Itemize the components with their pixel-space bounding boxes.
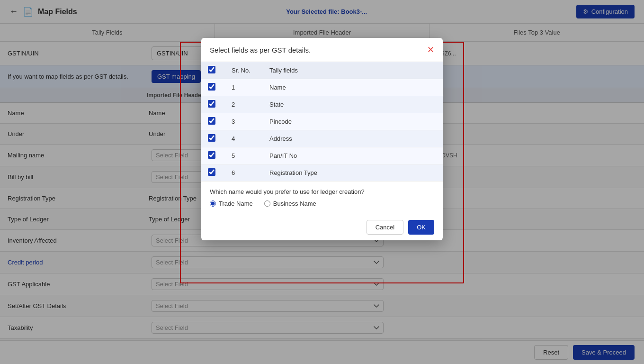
row-checkbox-wrap bbox=[208, 117, 232, 126]
row-tally-field: Registration Type bbox=[269, 169, 436, 176]
modal-header: Select fields as per GST details. ✕ bbox=[201, 38, 443, 62]
modal-close-icon[interactable]: ✕ bbox=[427, 45, 434, 55]
trade-name-option[interactable]: Trade Name bbox=[210, 200, 253, 207]
row-checkbox-wrap bbox=[208, 134, 232, 143]
modal-col-tally-fields: Tally fields bbox=[269, 67, 436, 74]
modal-question: Which name would you prefer to use for l… bbox=[201, 182, 443, 200]
gst-fields-modal: Select fields as per GST details. ✕ Sr. … bbox=[201, 38, 443, 240]
radio-group: Trade Name Business Name bbox=[201, 200, 443, 214]
business-name-label: Business Name bbox=[273, 200, 316, 207]
row-sr-no: 4 bbox=[232, 135, 269, 142]
modal-footer: Cancel OK bbox=[201, 214, 443, 240]
row-checkbox[interactable] bbox=[208, 151, 215, 159]
row-tally-field: Name bbox=[269, 84, 436, 91]
business-name-option[interactable]: Business Name bbox=[264, 200, 316, 207]
list-item: 2 State bbox=[201, 96, 443, 113]
row-checkbox[interactable] bbox=[208, 117, 215, 125]
row-checkbox-wrap bbox=[208, 151, 232, 160]
modal-rows-container: 1 Name 2 State 3 Pincode 4 Address 5 bbox=[201, 79, 443, 182]
list-item: 5 Pan/IT No bbox=[201, 147, 443, 164]
row-checkbox-wrap bbox=[208, 168, 232, 177]
row-checkbox[interactable] bbox=[208, 134, 215, 142]
list-item: 4 Address bbox=[201, 130, 443, 147]
list-item: 1 Name bbox=[201, 79, 443, 96]
row-sr-no: 3 bbox=[232, 118, 269, 125]
modal-title: Select fields as per GST details. bbox=[210, 46, 311, 54]
row-checkbox[interactable] bbox=[208, 100, 215, 108]
cancel-button[interactable]: Cancel bbox=[367, 220, 403, 235]
modal-col-sr-no: Sr. No. bbox=[232, 67, 269, 74]
modal-overlay: Select fields as per GST details. ✕ Sr. … bbox=[0, 0, 644, 364]
row-sr-no: 6 bbox=[232, 169, 269, 176]
list-item: 3 Pincode bbox=[201, 113, 443, 130]
row-checkbox-wrap bbox=[208, 83, 232, 92]
row-tally-field: Pincode bbox=[269, 118, 436, 125]
modal-col-checkbox bbox=[208, 66, 232, 75]
ok-button[interactable]: OK bbox=[408, 220, 434, 235]
business-name-radio[interactable] bbox=[264, 200, 270, 207]
row-tally-field: Pan/IT No bbox=[269, 152, 436, 159]
select-all-checkbox[interactable] bbox=[208, 66, 215, 73]
row-checkbox[interactable] bbox=[208, 83, 215, 91]
row-sr-no: 1 bbox=[232, 84, 269, 91]
trade-name-label: Trade Name bbox=[219, 200, 253, 207]
row-tally-field: Address bbox=[269, 135, 436, 142]
trade-name-radio[interactable] bbox=[210, 200, 216, 207]
modal-table-header: Sr. No. Tally fields bbox=[201, 62, 443, 79]
row-tally-field: State bbox=[269, 101, 436, 108]
list-item: 6 Registration Type bbox=[201, 164, 443, 182]
row-checkbox[interactable] bbox=[208, 168, 215, 176]
row-sr-no: 5 bbox=[232, 152, 269, 159]
row-checkbox-wrap bbox=[208, 100, 232, 109]
row-sr-no: 2 bbox=[232, 101, 269, 108]
